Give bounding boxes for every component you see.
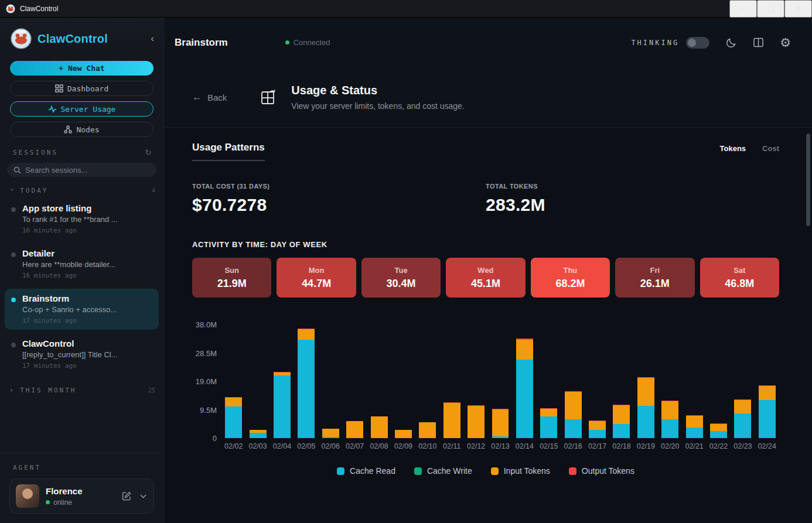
bar-02-13[interactable] <box>488 324 512 438</box>
bar-02-17[interactable] <box>585 324 609 438</box>
bar-02-19[interactable] <box>634 324 658 438</box>
tab-cost[interactable]: Cost <box>762 144 779 153</box>
bar-02-11[interactable] <box>440 324 464 438</box>
day-card-fri[interactable]: Fri26.1M <box>615 258 694 298</box>
new-chat-button[interactable]: + New Chat <box>10 61 153 76</box>
bar-02-12[interactable] <box>464 324 488 438</box>
session-item-detailer[interactable]: DetailerHere are **mobile detailer...16 … <box>5 244 159 285</box>
x-axis-label: 02/17 <box>585 442 609 450</box>
bar-02-09[interactable] <box>391 324 415 438</box>
settings-gear-icon[interactable]: ⚙ <box>780 36 791 50</box>
day-card-thu[interactable]: Thu68.2M <box>531 258 610 298</box>
stat-label: TOTAL COST (31 DAYS) <box>192 183 486 190</box>
segment-input-tokens <box>322 429 339 437</box>
bar-02-15[interactable] <box>537 324 561 438</box>
legend-label: Cache Read <box>350 466 395 476</box>
bar-02-16[interactable] <box>561 324 585 438</box>
session-group-this-month[interactable]: ›THIS MONTH25 <box>0 379 163 395</box>
bar-02-24[interactable] <box>755 324 779 438</box>
sessions-heading: SESSIONS <box>13 149 58 156</box>
close-button[interactable]: × <box>784 0 812 18</box>
sidebar-item-server-usage[interactable]: Server Usage <box>10 101 153 117</box>
stats-row: TOTAL COST (31 DAYS)$70.7278TOTAL TOKENS… <box>192 183 779 215</box>
connection-status: Connected <box>294 38 330 47</box>
agent-chevron-down-icon[interactable] <box>140 494 146 498</box>
sidebar-collapse-button[interactable]: ‹ <box>151 33 154 45</box>
moon-icon[interactable] <box>725 37 737 49</box>
day-card-sun[interactable]: Sun21.9M <box>192 258 271 298</box>
minimize-button[interactable]: – <box>729 0 757 18</box>
columns-icon[interactable] <box>753 37 764 48</box>
day-card-value: 21.9M <box>217 278 247 290</box>
vertical-scrollbar[interactable] <box>806 134 810 226</box>
chevron-right-icon: › <box>9 386 15 394</box>
day-card-value: 26.1M <box>640 278 670 290</box>
bar-02-14[interactable] <box>513 324 537 438</box>
segment-cache-read <box>710 431 727 438</box>
day-card-tue[interactable]: Tue30.4M <box>361 258 441 298</box>
bar-02-08[interactable] <box>367 324 391 438</box>
x-axis-label: 02/24 <box>755 442 779 450</box>
session-title: Brainstorm <box>22 293 153 303</box>
search-sessions-input[interactable] <box>25 166 142 175</box>
tab-tokens[interactable]: Tokens <box>720 144 746 153</box>
bar-02-06[interactable] <box>319 324 343 438</box>
sidebar: ClawControl ‹ + New Chat DashboardServer… <box>0 18 164 523</box>
segment-cache-read <box>322 437 339 438</box>
x-axis-label: 02/22 <box>707 442 731 450</box>
bar-02-20[interactable] <box>658 324 682 438</box>
segment-input-tokens <box>686 416 703 428</box>
day-card-mon[interactable]: Mon44.7M <box>277 258 356 298</box>
bar-02-10[interactable] <box>415 324 439 438</box>
bar-02-21[interactable] <box>682 324 706 438</box>
legend-swatch-cache-read <box>337 467 344 475</box>
segment-input-tokens <box>565 392 582 419</box>
bar-02-18[interactable] <box>609 324 633 438</box>
day-card-label: Mon <box>309 266 325 275</box>
legend-label: Cache Write <box>427 466 472 476</box>
segment-cache-read <box>734 413 751 438</box>
app-logo-icon <box>6 4 15 13</box>
session-item-brainstorm[interactable]: BrainstormCo-op + Sanrio + accesso...17 … <box>5 289 159 330</box>
chart-plot-area <box>221 324 779 438</box>
back-button[interactable]: ←Back <box>192 91 227 103</box>
bar-02-02[interactable] <box>221 324 245 438</box>
sidebar-item-dashboard[interactable]: Dashboard <box>10 81 153 96</box>
bar-02-05[interactable] <box>294 324 318 438</box>
x-axis-label: 02/21 <box>682 442 706 450</box>
thinking-toggle[interactable] <box>686 37 709 49</box>
x-axis-label: 02/06 <box>319 442 343 450</box>
bar-02-03[interactable] <box>245 324 269 438</box>
x-axis-label: 02/08 <box>367 442 391 450</box>
bar-02-23[interactable] <box>731 324 755 438</box>
day-card-sat[interactable]: Sat46.8M <box>700 258 779 298</box>
chart-legend: Cache ReadCache WriteInput TokensOutput … <box>192 466 779 476</box>
day-card-label: Fri <box>650 266 660 275</box>
day-card-label: Sat <box>733 266 745 275</box>
brand-name: ClawControl <box>37 32 108 46</box>
activity-icon <box>48 105 57 113</box>
sidebar-item-nodes[interactable]: Nodes <box>10 122 153 137</box>
bar-02-04[interactable] <box>270 324 294 438</box>
segment-input-tokens <box>443 403 460 438</box>
edit-agent-icon[interactable] <box>121 491 132 501</box>
stat-label: TOTAL TOKENS <box>486 183 779 190</box>
session-status-dot <box>11 252 16 257</box>
segment-input-tokens <box>468 406 485 438</box>
bar-02-07[interactable] <box>343 324 367 438</box>
agent-card[interactable]: Florence online <box>9 478 154 514</box>
maximize-button[interactable] <box>757 0 784 18</box>
refresh-sessions-icon[interactable]: ↻ <box>145 148 152 157</box>
legend-item-output-tokens: Output Tokens <box>569 466 634 476</box>
legend-item-cache-write: Cache Write <box>414 466 472 476</box>
back-label: Back <box>207 93 227 102</box>
session-group-today[interactable]: ›TODAY4 <box>0 179 163 196</box>
session-item-clawcontrol[interactable]: ClawControl[[reply_to_current]] Title Cl… <box>5 334 159 375</box>
x-axis-label: 02/09 <box>391 442 415 450</box>
session-item-app-store-listing[interactable]: App store listingTo rank #1 for the **br… <box>5 199 159 240</box>
segment-cache-read <box>298 340 315 438</box>
day-card-wed[interactable]: Wed45.1M <box>446 258 525 298</box>
section-title: Usage Patterns <box>192 142 265 161</box>
session-search[interactable] <box>7 163 156 177</box>
bar-02-22[interactable] <box>707 324 731 438</box>
